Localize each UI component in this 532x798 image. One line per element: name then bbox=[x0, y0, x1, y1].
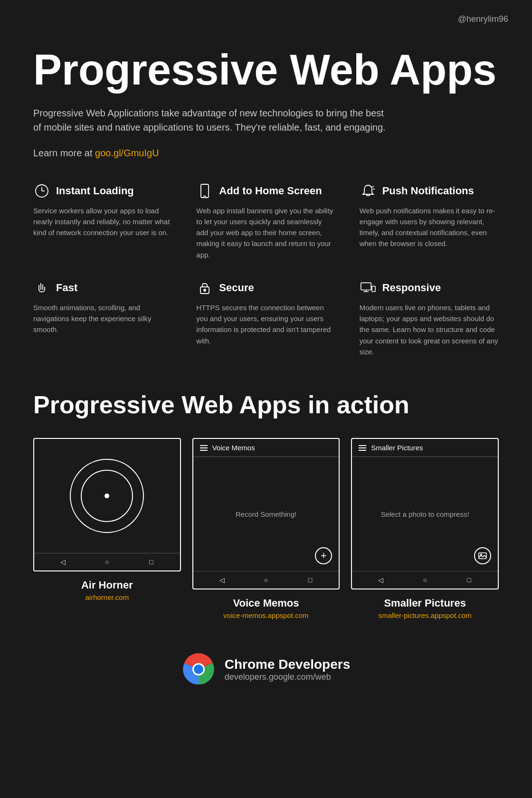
feature-header: Secure bbox=[196, 279, 335, 296]
svg-rect-12 bbox=[361, 283, 371, 290]
feature-desc: Web push notifications makes it easy to … bbox=[360, 205, 499, 249]
square-nav-icon: □ bbox=[466, 576, 473, 584]
feature-header: Responsive bbox=[360, 279, 499, 296]
chrome-url: developers.google.com/web bbox=[225, 672, 351, 682]
phone-mockup-smaller-pictures: Smaller Pictures Select a photo to compr… bbox=[351, 438, 499, 589]
phone-mockup-voice-memos: Voice Memos Record Something! + ◁ ○ □ bbox=[192, 438, 340, 589]
back-nav-icon: ◁ bbox=[59, 558, 66, 566]
phone-icon bbox=[196, 182, 213, 200]
chrome-logo bbox=[182, 653, 215, 686]
chrome-footer: Chrome Developers developers.google.com/… bbox=[33, 643, 499, 686]
phone-header-title: Smaller Pictures bbox=[371, 444, 423, 452]
feature-desc: Web app install banners give you the abi… bbox=[196, 205, 335, 260]
svg-point-20 bbox=[194, 665, 203, 674]
square-nav-icon: □ bbox=[147, 558, 155, 566]
back-nav-icon: ◁ bbox=[218, 576, 226, 584]
finger-icon bbox=[33, 279, 50, 296]
feature-desc: Modern users live on phones, tablets and… bbox=[360, 302, 499, 357]
feature-add-to-home: Add to Home Screen Web app install banne… bbox=[196, 182, 335, 260]
svg-point-11 bbox=[204, 289, 206, 291]
features-grid: Instant Loading Service workers allow yo… bbox=[33, 182, 499, 358]
back-nav-icon: ◁ bbox=[377, 576, 385, 584]
app-name: Air Horner bbox=[81, 579, 133, 591]
feature-title: Add to Home Screen bbox=[219, 185, 322, 197]
feature-responsive: Responsive Modern users live on phones, … bbox=[360, 279, 499, 357]
feature-title: Fast bbox=[56, 282, 77, 294]
intro-text: Progressive Web Applications take advant… bbox=[33, 106, 390, 134]
phone-body-text: Record Something! bbox=[236, 510, 296, 518]
feature-title: Secure bbox=[219, 282, 254, 294]
phone-header-title: Voice Memos bbox=[212, 444, 255, 452]
feature-header: Fast bbox=[33, 279, 172, 296]
main-title: Progressive Web Apps bbox=[33, 48, 499, 93]
page-wrapper: @henrylim96 Progressive Web Apps Progres… bbox=[0, 0, 532, 714]
feature-title: Responsive bbox=[382, 282, 441, 294]
svg-line-8 bbox=[372, 186, 374, 187]
learn-more-text: Learn more at goo.gl/GmuIgU bbox=[33, 148, 499, 159]
svg-rect-3 bbox=[201, 184, 209, 198]
fab-button[interactable]: + bbox=[315, 547, 332, 564]
image-fab-button[interactable] bbox=[474, 547, 491, 564]
home-nav-icon: ○ bbox=[103, 558, 111, 566]
phone-nav: ◁ ○ □ bbox=[34, 553, 180, 570]
feature-title: Instant Loading bbox=[56, 185, 134, 197]
home-nav-icon: ○ bbox=[421, 576, 429, 584]
watermark-label: @henrylim96 bbox=[458, 14, 508, 24]
feature-header: Instant Loading bbox=[33, 182, 172, 200]
concentric-circles bbox=[69, 458, 145, 534]
app-item-smaller-pictures: Smaller Pictures Select a photo to compr… bbox=[351, 438, 499, 619]
phone-header: Voice Memos bbox=[193, 439, 339, 457]
feature-desc: Service workers allow your apps to load … bbox=[33, 205, 172, 238]
feature-fast: Fast Smooth animations, scrolling, and n… bbox=[33, 279, 172, 357]
hamburger-icon bbox=[200, 445, 208, 451]
square-nav-icon: □ bbox=[306, 576, 314, 584]
feature-desc: Smooth animations, scrolling, and naviga… bbox=[33, 302, 172, 335]
phone-body: Record Something! + bbox=[193, 457, 339, 571]
app-url[interactable]: voice-memos.appspot.com bbox=[223, 611, 308, 619]
feature-header: Add to Home Screen bbox=[196, 182, 335, 200]
feature-title: Push Notifications bbox=[382, 185, 474, 197]
home-nav-icon: ○ bbox=[262, 576, 270, 584]
learn-more-link[interactable]: goo.gl/GmuIgU bbox=[95, 148, 159, 158]
feature-desc: HTTPS secures the connection between you… bbox=[196, 302, 335, 346]
bell-icon bbox=[360, 182, 377, 200]
phone-header: Smaller Pictures bbox=[352, 439, 498, 457]
app-url[interactable]: smaller-pictures.appspot.com bbox=[379, 611, 472, 619]
phone-nav: ◁ ○ □ bbox=[193, 571, 339, 589]
app-url[interactable]: airhorner.com bbox=[85, 593, 129, 601]
responsive-icon bbox=[360, 279, 377, 296]
section-title: Progressive Web Apps in action bbox=[33, 390, 499, 419]
app-item-air-horner: ◁ ○ □ Air Horner airhorner.com bbox=[33, 438, 181, 619]
phone-body: Select a photo to compress! bbox=[352, 457, 498, 571]
phone-mockup-air-horner: ◁ ○ □ bbox=[33, 438, 181, 571]
feature-header: Push Notifications bbox=[360, 182, 499, 200]
apps-grid: ◁ ○ □ Air Horner airhorner.com Voice Mem… bbox=[33, 438, 499, 619]
clock-icon bbox=[33, 182, 50, 200]
app-item-voice-memos: Voice Memos Record Something! + ◁ ○ □ Vo… bbox=[192, 438, 340, 619]
feature-secure: Secure HTTPS secures the connection betw… bbox=[196, 279, 335, 357]
app-name: Voice Memos bbox=[233, 597, 299, 609]
air-horner-visual bbox=[34, 439, 180, 553]
chrome-brand-name: Chrome Developers bbox=[225, 657, 351, 672]
hamburger-icon bbox=[359, 445, 366, 451]
svg-rect-15 bbox=[372, 286, 375, 292]
phone-nav: ◁ ○ □ bbox=[352, 571, 498, 589]
phone-body-text: Select a photo to compress! bbox=[381, 510, 469, 518]
lock-icon bbox=[196, 279, 213, 296]
chrome-footer-text: Chrome Developers developers.google.com/… bbox=[225, 657, 351, 682]
feature-instant-loading: Instant Loading Service workers allow yo… bbox=[33, 182, 172, 260]
feature-push-notifications: Push Notifications Web push notification… bbox=[360, 182, 499, 260]
app-name: Smaller Pictures bbox=[384, 597, 466, 609]
svg-rect-16 bbox=[479, 553, 486, 559]
